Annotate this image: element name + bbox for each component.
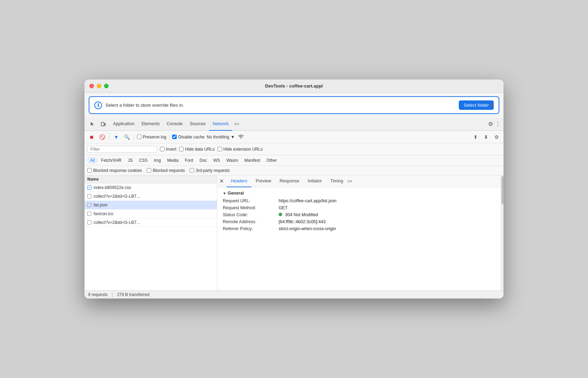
header-row-0: Request URL: https://coffee-cart.app/lis… [223, 198, 495, 203]
filter-bar: Invert Hide data URLs Hide extension URL… [84, 143, 504, 155]
search-icon[interactable]: 🔍 [123, 133, 131, 141]
headers-content: General Request URL: https://coffee-cart… [217, 187, 501, 290]
req-checkbox-2[interactable] [87, 203, 91, 207]
record-button[interactable]: ⏺ [87, 133, 96, 141]
req-name-4: collect?v=2&tid=G-LB7... [94, 220, 140, 225]
type-filter-css[interactable]: CSS [136, 157, 150, 164]
req-checkbox-4[interactable] [87, 220, 91, 225]
details-scrollbar[interactable] [501, 175, 504, 290]
hide-data-urls-checkbox[interactable] [179, 147, 184, 151]
details-close-button[interactable]: ✕ [219, 178, 224, 184]
window-title: DevTools - coffee-cart.app/ [265, 83, 323, 89]
request-item-2[interactable]: list.json [84, 201, 217, 210]
close-button[interactable] [89, 84, 94, 88]
status-bar: 9 requests | 279 B transferred [84, 290, 504, 298]
header-val-3: [64:ff9b::4b02:3c05]:443 [279, 219, 326, 224]
type-filter-wasm[interactable]: Wasm [223, 157, 241, 164]
req-checkbox-0[interactable] [87, 186, 91, 190]
type-filter-ws[interactable]: WS [211, 157, 223, 164]
blocked-cookies-label[interactable]: Blocked response cookies [87, 168, 142, 173]
upload-icon[interactable]: ⬆ [471, 133, 480, 141]
disable-cache-checkbox[interactable] [172, 135, 177, 139]
type-filter-js[interactable]: JS [125, 157, 135, 164]
request-list-header: Name [84, 175, 217, 183]
req-checkbox-1[interactable] [87, 194, 91, 198]
details-tab-headers[interactable]: Headers [227, 175, 251, 187]
header-key-2: Status Code: [223, 212, 279, 217]
third-party-label[interactable]: 3rd-party requests [190, 168, 229, 173]
toolbar-separator-2 [134, 134, 134, 141]
filter-icon[interactable]: ▼ [112, 133, 120, 141]
request-item-3[interactable]: favicon.ico [84, 210, 217, 218]
blocked-cookies-checkbox[interactable] [87, 168, 92, 173]
maximize-button[interactable] [104, 84, 109, 88]
settings-icon[interactable]: ⚙ [488, 121, 493, 127]
svg-rect-1 [104, 123, 105, 126]
tab-console[interactable]: Console [163, 118, 186, 131]
tab-application[interactable]: Application [110, 118, 138, 131]
clear-button[interactable]: 🚫 [98, 133, 106, 141]
request-list: Name index-b859522e.css collect?v=2&tid=… [84, 175, 217, 290]
details-tabs: ✕ Headers Preview Response Initiator Tim… [217, 175, 501, 187]
section-title-general: General [223, 191, 495, 196]
svg-rect-0 [101, 122, 104, 126]
download-icon[interactable]: ⬇ [482, 133, 490, 141]
blocked-requests-label[interactable]: Blocked requests [147, 168, 185, 173]
preserve-log-label[interactable]: Preserve log [137, 135, 166, 139]
tab-network[interactable]: Network [209, 118, 232, 131]
hide-data-urls-label[interactable]: Hide data URLs [179, 147, 215, 152]
type-filter-media[interactable]: Media [164, 157, 182, 164]
cursor-icon[interactable] [87, 119, 97, 129]
details-scrollbar-thumb[interactable] [501, 176, 504, 204]
details-tab-timing[interactable]: Timing [326, 175, 347, 187]
disable-cache-label[interactable]: Disable cache [172, 135, 204, 139]
banner-close-button[interactable]: ✕ [489, 102, 494, 108]
transferred-size: 279 B transferred [117, 292, 149, 297]
type-filter-fetch-xhr[interactable]: Fetch/XHR [98, 157, 124, 164]
blocked-requests-checkbox[interactable] [147, 168, 151, 173]
type-filter-other[interactable]: Other [264, 157, 280, 164]
hide-ext-urls-label[interactable]: Hide extension URLs [218, 147, 263, 152]
request-count: 9 requests [88, 292, 108, 297]
details-panel: ✕ Headers Preview Response Initiator Tim… [217, 175, 501, 290]
req-name-0: index-b859522e.css [94, 185, 131, 190]
req-name-2: list.json [94, 203, 108, 207]
more-options-icon[interactable]: ⋮ [495, 121, 501, 127]
hide-ext-checkbox[interactable] [218, 147, 222, 151]
header-val-0: https://coffee-cart.app/list.json [279, 198, 337, 203]
request-item-1[interactable]: collect?v=2&tid=G-LB7... [84, 192, 217, 201]
type-filter-all[interactable]: All [87, 157, 97, 164]
type-filter-font[interactable]: Font [182, 157, 196, 164]
details-tab-more[interactable]: >> [347, 179, 352, 184]
wifi-icon[interactable] [237, 133, 245, 141]
override-banner: ℹ Select a folder to store override file… [89, 96, 499, 114]
details-tab-preview[interactable]: Preview [251, 175, 275, 187]
type-filter-img[interactable]: Img [151, 157, 164, 164]
options-bar: Blocked response cookies Blocked request… [84, 166, 504, 175]
type-filter-manifest[interactable]: Manifest [242, 157, 263, 164]
tab-more-button[interactable]: >> [232, 122, 241, 127]
preserve-log-checkbox[interactable] [137, 135, 141, 139]
header-row-2: Status Code: 304 Not Modified [223, 212, 495, 217]
network-settings-icon[interactable]: ⚙ [492, 133, 501, 141]
third-party-checkbox[interactable] [190, 168, 194, 173]
header-row-4: Referrer Policy: strict-origin-when-cros… [223, 226, 495, 231]
invert-label[interactable]: Invert [160, 147, 176, 152]
req-name-3: favicon.ico [94, 211, 113, 216]
request-item-4[interactable]: collect?v=2&tid=G-LB7... [84, 218, 217, 227]
tab-elements[interactable]: Elements [138, 118, 163, 131]
status-dot [279, 213, 282, 216]
details-tab-response[interactable]: Response [275, 175, 303, 187]
request-item-0[interactable]: index-b859522e.css [84, 183, 217, 192]
type-filter-doc[interactable]: Doc [197, 157, 210, 164]
select-folder-button[interactable]: Select folder [459, 100, 494, 110]
header-key-1: Request Method: [223, 205, 279, 210]
req-checkbox-3[interactable] [87, 212, 91, 216]
filter-input[interactable] [87, 146, 157, 153]
device-icon[interactable] [98, 119, 108, 129]
tab-sources[interactable]: Sources [186, 118, 209, 131]
minimize-button[interactable] [97, 84, 101, 88]
invert-checkbox[interactable] [160, 147, 164, 151]
network-toolbar: ⏺ 🚫 ▼ 🔍 Preserve log Disable cache No th… [84, 131, 504, 143]
details-tab-initiator[interactable]: Initiator [303, 175, 326, 187]
